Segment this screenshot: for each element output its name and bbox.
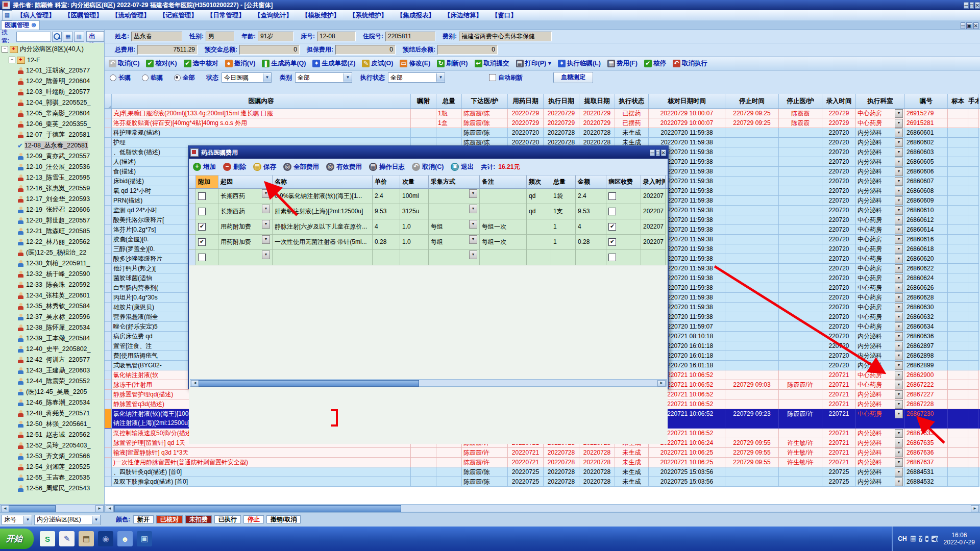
cell-执行科室[interactable]: 中心药房▼: [856, 225, 905, 235]
cell-执行科室[interactable]: 内分泌科▼: [856, 332, 905, 341]
menu-item-10[interactable]: 【窗口】: [487, 11, 522, 20]
chevron-down-icon[interactable]: ▼: [895, 400, 903, 409]
chevron-down-icon[interactable]: ▼: [895, 129, 903, 137]
chevron-down-icon[interactable]: ▼: [895, 216, 903, 224]
dialog-row[interactable]: 长期西药▼0.9%氯化钠注射液(软)(海王)[1...2.4100ml▼qd1袋…: [189, 189, 668, 204]
cell-执行科室[interactable]: 中心药房▼: [856, 409, 905, 429]
scroll-right-icon[interactable]: ►: [971, 505, 979, 512]
cell-执行科室[interactable]: 内分泌科▼: [856, 138, 905, 147]
table-row[interactable]: 洛芬凝胶贴膏(得百安)[40mg*4贴]40mg s.o.s 外用1盒陈霞霞/陈…: [105, 118, 980, 128]
chevron-down-icon[interactable]: ▼: [262, 220, 270, 229]
table-row[interactable]: 及双下肢推拿qd(描述) [首0]陈霞霞/陈202207252022072820…: [105, 477, 980, 487]
search-icon[interactable]: [52, 32, 62, 42]
patient-item-33[interactable]: 12-50_林强_2205661_: [0, 419, 104, 430]
patient-item-30[interactable]: (医)12-45_吴晟_2205: [0, 387, 104, 397]
cell-执行科室[interactable]: 内分泌科▼: [856, 341, 905, 351]
cell-执行科室[interactable]: 内分泌科▼: [856, 390, 905, 399]
chevron-down-icon[interactable]: ▼: [895, 361, 903, 370]
help-icon[interactable]: ?: [919, 536, 922, 542]
patient-item-38[interactable]: 12-55_王吉春_220535: [0, 472, 104, 483]
printer-icon[interactable]: ▤: [911, 536, 916, 542]
discharge-button[interactable]: 出院: [86, 31, 104, 42]
chevron-down-icon[interactable]: ▼: [895, 429, 903, 438]
menu-item-4[interactable]: 【日常管理】: [202, 11, 250, 20]
dialog-button-2[interactable]: ▤保存: [253, 163, 276, 171]
menu-item-2[interactable]: 【流动管理】: [107, 11, 155, 20]
cell-执行科室[interactable]: 中心药房▼: [856, 264, 905, 273]
chevron-down-icon[interactable]: ▼: [262, 189, 270, 198]
cell-执行科室[interactable]: 内分泌科▼: [856, 206, 905, 215]
menu-item-6[interactable]: 【模板维护】: [297, 11, 345, 20]
cell-执行科室[interactable]: 内分泌科▼: [856, 429, 905, 438]
patient-item-20[interactable]: 12-33_陈会珠_220592: [0, 280, 104, 290]
chevron-down-icon[interactable]: ▼: [895, 303, 903, 312]
table-row[interactable]: 科护理常规(描述)陈霞霞/陈202207202022072820220728未生…: [105, 128, 980, 138]
chevron-down-icon[interactable]: ▼: [895, 342, 903, 350]
cell-执行科室[interactable]: 内分泌科▼: [856, 351, 905, 361]
cell-执行科室[interactable]: 中心药房▼: [856, 293, 905, 303]
chevron-down-icon[interactable]: ▼: [895, 158, 903, 166]
dialog-row[interactable]: ▼▼: [189, 250, 668, 265]
sidebar-scrollbar[interactable]: ◄ ►: [0, 504, 105, 512]
cell-执行科室[interactable]: 中心药房▼: [856, 254, 905, 264]
chevron-down-icon[interactable]: ▼: [895, 196, 903, 205]
window-maximize-button[interactable]: □: [970, 2, 974, 9]
scroll-left-icon[interactable]: ◄: [1, 505, 9, 512]
cell-执行科室[interactable]: 内分泌科▼: [856, 458, 905, 467]
printer-icon[interactable]: ▤: [79, 531, 94, 546]
chevron-down-icon[interactable]: ▼: [895, 381, 903, 389]
chevron-down-icon[interactable]: ▼: [469, 205, 477, 213]
radio-全部[interactable]: [174, 74, 181, 81]
cell-执行科室[interactable]: 中心药房▼: [856, 118, 905, 128]
toolbar-button-9[interactable]: ↩取消提交: [475, 59, 509, 68]
chevron-down-icon[interactable]: ▼: [895, 390, 903, 399]
patient-item-24[interactable]: 12-38_陈怀犀_220534: [0, 322, 104, 333]
volume-icon[interactable]: ◀): [932, 536, 938, 542]
patient-item-37[interactable]: 12-54_刘湘莲_220525: [0, 462, 104, 472]
table-row[interactable]: 、四肢针灸qd(描述) [首0]陈霞霞/陈2022072520220728202…: [105, 467, 980, 477]
tree-expander-icon[interactable]: −: [2, 46, 8, 53]
patient-item-1[interactable]: 12-02_陈善明_220604: [0, 76, 104, 87]
ward-charge-checkbox[interactable]: [608, 254, 616, 261]
toolbar-button-10[interactable]: ▤打印(P) ▾: [516, 59, 551, 68]
chevron-down-icon[interactable]: ▼: [895, 138, 903, 147]
chevron-down-icon[interactable]: ▼: [895, 177, 903, 186]
cell-执行科室[interactable]: 中心药房▼: [856, 109, 905, 118]
ward-charge-checkbox[interactable]: [608, 192, 616, 200]
cell-执行科室[interactable]: 内分泌科▼: [856, 177, 905, 186]
patient-item-32[interactable]: 12-48_蒋尧英_220571: [0, 408, 104, 419]
chevron-down-icon[interactable]: ▼: [895, 352, 903, 360]
cell-执行科室[interactable]: 中心药房▼: [856, 215, 905, 225]
patient-item-26[interactable]: 12-40_史平_2205802_: [0, 344, 104, 355]
dialog-button-4[interactable]: ◎有效费用: [326, 163, 362, 171]
patient-item-21[interactable]: 12-34_张桂英_220601: [0, 290, 104, 301]
chevron-down-icon[interactable]: ▼: [895, 119, 903, 128]
chevron-down-icon[interactable]: ▼: [895, 264, 903, 273]
chevron-down-icon[interactable]: ▼: [895, 313, 903, 321]
computer-icon[interactable]: ▣: [137, 531, 152, 546]
dialog-button-1[interactable]: −删除: [223, 163, 246, 171]
patient-item-25[interactable]: 12-39_王本儆_220584: [0, 333, 104, 344]
patient-item-23[interactable]: 12-37_吴永标_220596: [0, 312, 104, 322]
patient-item-6[interactable]: 12-07_于德莲_220581: [0, 130, 104, 140]
cell-执行科室[interactable]: 中心药房▼: [856, 312, 905, 322]
cell-执行科室[interactable]: 中心药房▼: [856, 370, 905, 380]
ward-charge-checkbox[interactable]: ✔: [608, 238, 616, 246]
menu-item-0[interactable]: 【病人管理】: [12, 11, 60, 20]
dialog-maximize-button[interactable]: □: [656, 149, 660, 156]
system-menu-icon[interactable]: ▦: [2, 10, 12, 20]
ward-filter-select[interactable]: 内分泌病区(8区)▼: [34, 515, 101, 525]
menu-item-7[interactable]: 【系统维护】: [345, 11, 392, 20]
s-logo-icon[interactable]: S: [40, 531, 55, 546]
patient-item-10[interactable]: 12-13_陈雪玉_220595: [0, 172, 104, 183]
auto-refresh-checkbox[interactable]: [489, 74, 496, 81]
toolbar-button-1[interactable]: ✔核对(K): [146, 59, 177, 68]
patient-item-35[interactable]: 12-52_吴玲_2205403_: [0, 440, 104, 451]
toolbar-button-7[interactable]: ▭修改(E): [400, 59, 430, 68]
chevron-down-icon[interactable]: ▼: [895, 148, 903, 157]
cell-执行科室[interactable]: 内分泌科▼: [856, 438, 905, 448]
patient-item-28[interactable]: 12-43_王建鼎_220603: [0, 365, 104, 376]
cell-执行科室[interactable]: 中心药房▼: [856, 322, 905, 332]
patient-item-36[interactable]: 12-53_齐文炳_220566: [0, 451, 104, 462]
patient-item-5[interactable]: 12-06_栗英_2205355_: [0, 119, 104, 130]
